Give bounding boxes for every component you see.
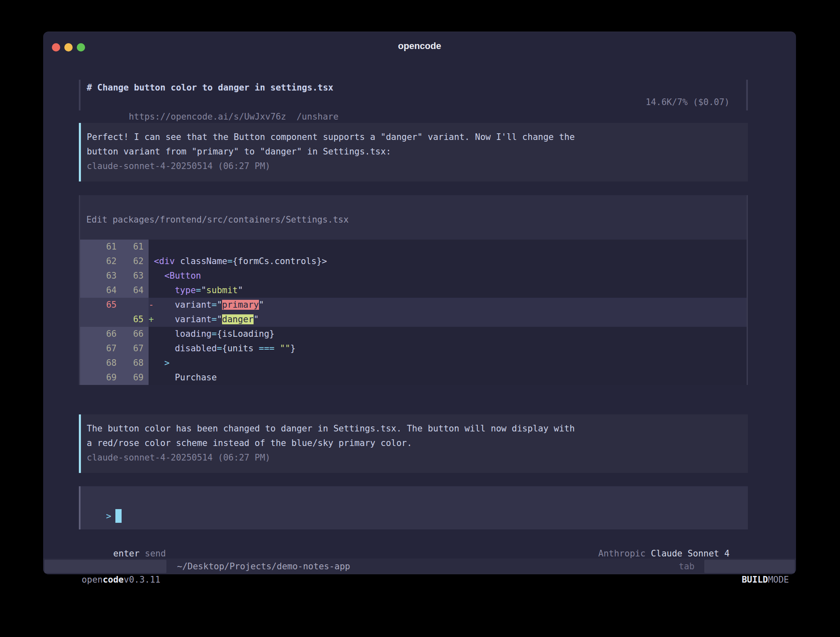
diff-row: 6262 <div className={formCs.controls}> (80, 254, 747, 269)
send-hint: entersend (82, 532, 166, 546)
opencode-window: opencode # Change button color to danger… (43, 32, 796, 574)
message-text: a red/rose color scheme instead of the b… (87, 436, 740, 451)
hint-row: entersend AnthropicClaude Sonnet 4 (79, 532, 748, 546)
status-bar: opencodev0.3.11 ~/Desktop/Projects/demo-… (43, 559, 796, 574)
line-number-new: 66 (122, 327, 149, 341)
share-url[interactable]: https://opencode.ai/s/UwJxv76z (129, 112, 286, 122)
prompt-symbol: > (106, 511, 112, 521)
diff-code-line: <Button (149, 269, 747, 283)
message-text: button variant from "primary" to "danger… (87, 145, 740, 159)
diff-code-line: type="submit" (149, 283, 747, 298)
diff-row: 6767 disabled={units === ""} (80, 341, 747, 356)
session-subheader: https://opencode.ai/s/UwJxv76z/unshare 1… (87, 95, 730, 110)
window-title: opencode (43, 41, 796, 51)
diff-code-line (149, 240, 747, 254)
working-directory: ~/Desktop/Projects/demo-notes-app (177, 561, 350, 571)
diff-code-line: <div className={formCs.controls}> (149, 254, 747, 269)
line-number-new: 63 (122, 269, 149, 283)
diff-code-line: - variant="primary" (149, 298, 747, 312)
line-number-old: 66 (80, 327, 122, 341)
diff-row: 6666 loading={isLoading} (80, 327, 747, 341)
token-usage: 14.6K/7% ($0.07) (646, 95, 730, 110)
line-number-new: 67 (122, 341, 149, 356)
line-number-old: 64 (80, 283, 122, 298)
send-label: send (145, 549, 166, 559)
unshare-command[interactable]: /unshare (296, 112, 338, 122)
mode-name: BUILD (742, 575, 768, 585)
line-number-new: 68 (122, 356, 149, 370)
tab-key-hint: tab (679, 561, 694, 571)
diff-row: 65+ variant="danger" (80, 312, 747, 327)
brand-open: open (82, 575, 103, 585)
diff-view: 61616262 <div className={formCs.controls… (80, 240, 747, 385)
line-number-old: 65 (80, 298, 122, 312)
brand-code: code (103, 575, 124, 585)
line-number-old: 61 (80, 240, 122, 254)
message-text: The button color has been changed to dan… (87, 421, 740, 436)
session-header: # Change button color to danger in setti… (79, 80, 748, 110)
line-number-old: 62 (80, 254, 122, 269)
text-cursor (115, 509, 122, 523)
line-number-old: 68 (80, 356, 122, 370)
line-number-old (80, 312, 122, 327)
mode-chip[interactable]: BUILDMODE (704, 560, 795, 573)
share-row: https://opencode.ai/s/UwJxv76z/unshare (87, 95, 339, 110)
line-number-new (122, 298, 149, 312)
line-number-new: 69 (122, 370, 149, 385)
diff-code-line: + variant="danger" (149, 312, 747, 327)
diff-row: 6464 type="submit" (80, 283, 747, 298)
diff-code-line: Purchase (149, 370, 747, 385)
message-text: Perfect! I can see that the Button compo… (87, 130, 740, 145)
provider-label: Anthropic (598, 549, 646, 559)
diff-row: 6161 (80, 240, 747, 254)
line-number-old: 67 (80, 341, 122, 356)
model-indicator: AnthropicClaude Sonnet 4 (567, 532, 730, 546)
diff-code-line: disabled={units === ""} (149, 341, 747, 356)
diff-row: 65- variant="primary" (80, 298, 747, 312)
app-version-chip: opencodev0.3.11 (44, 560, 166, 573)
app-version: v0.3.11 (124, 575, 161, 585)
diff-row: 6868 > (80, 356, 747, 370)
line-number-new: 62 (122, 254, 149, 269)
message-meta: claude-sonnet-4-20250514 (06:27 PM) (87, 451, 740, 465)
line-number-new: 61 (122, 240, 149, 254)
line-number-new: 65 (122, 312, 149, 327)
line-number-new: 64 (122, 283, 149, 298)
diff-code-line: loading={isLoading} (149, 327, 747, 341)
line-number-old: 69 (80, 370, 122, 385)
diff-row: 6969 Purchase (80, 370, 747, 385)
enter-key-hint: enter (113, 549, 139, 559)
edit-tool-card: Edit packages/frontend/src/containers/Se… (79, 195, 748, 385)
mode-suffix: MODE (768, 575, 789, 585)
line-number-old: 63 (80, 269, 122, 283)
diff-code-line: > (149, 356, 747, 370)
message-meta: claude-sonnet-4-20250514 (06:27 PM) (87, 159, 740, 174)
session-title: # Change button color to danger in setti… (87, 81, 730, 95)
assistant-message: The button color has been changed to dan… (79, 414, 748, 473)
diff-row: 6363 <Button (80, 269, 747, 283)
model-label: Claude Sonnet 4 (651, 549, 730, 559)
assistant-message: Perfect! I can see that the Button compo… (79, 123, 748, 181)
edit-tool-title: Edit packages/frontend/src/containers/Se… (80, 213, 747, 227)
prompt-input[interactable]: > (79, 486, 748, 529)
